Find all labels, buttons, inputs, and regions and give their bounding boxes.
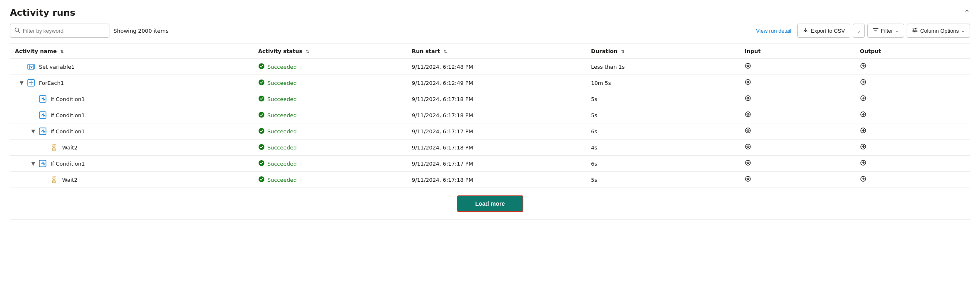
filter-label: Filter xyxy=(881,28,893,34)
output-action-icon[interactable] xyxy=(860,160,866,168)
col-header-output: Output xyxy=(855,44,970,59)
sort-icon-activity-status[interactable]: ⇅ xyxy=(306,49,309,54)
column-options-label: Column Options xyxy=(920,28,959,34)
activity-name-text: If Condition1 xyxy=(51,112,85,118)
page-title: Activity runs xyxy=(10,7,75,18)
input-cell xyxy=(740,123,855,140)
activity-name-text: If Condition1 xyxy=(51,128,85,135)
success-icon xyxy=(258,160,265,168)
export-csv-button[interactable]: Export to CSV xyxy=(797,24,850,38)
run-start-cell: 9/11/2024, 6:12:48 PM xyxy=(407,59,586,75)
output-action-icon[interactable] xyxy=(860,128,866,135)
filter-chevron-icon: ⌄ xyxy=(895,29,899,33)
ifcondition-icon xyxy=(39,111,46,119)
run-start-text: 9/11/2024, 6:17:18 PM xyxy=(412,144,473,151)
run-start-cell: 9/11/2024, 6:12:49 PM xyxy=(407,75,586,91)
col-header-run-start[interactable]: Run start ⇅ xyxy=(407,44,586,59)
sort-icon-activity-name[interactable]: ⇅ xyxy=(60,49,64,54)
showing-count: Showing 2000 items xyxy=(114,28,169,34)
run-start-cell: 9/11/2024, 6:17:17 PM xyxy=(407,123,586,140)
activity-name-cell: Wait2 xyxy=(10,140,253,156)
table-row: ▼ If Condition1 Succeeded 9/11/2024, 6:1… xyxy=(10,123,970,140)
collapse-button[interactable]: ▼ xyxy=(30,128,36,134)
wait-icon xyxy=(51,176,58,183)
output-action-icon[interactable] xyxy=(860,79,866,87)
output-action-icon[interactable] xyxy=(860,63,866,71)
output-action-icon[interactable] xyxy=(860,176,866,184)
input-cell xyxy=(740,156,855,172)
load-more-button[interactable]: Load more xyxy=(457,195,523,212)
table-row: (x) Set variable1 Succeeded 9/11/2024, 6… xyxy=(10,59,970,75)
wait-icon xyxy=(51,144,58,151)
svg-point-30 xyxy=(259,160,264,166)
output-cell xyxy=(855,156,970,172)
run-start-cell: 9/11/2024, 6:17:17 PM xyxy=(407,156,586,172)
input-action-icon[interactable] xyxy=(745,160,751,168)
status-text: Succeeded xyxy=(267,64,297,70)
run-start-text: 9/11/2024, 6:12:48 PM xyxy=(412,64,473,70)
output-action-icon[interactable] xyxy=(860,112,866,119)
input-action-icon[interactable] xyxy=(745,112,751,119)
input-action-icon[interactable] xyxy=(745,128,751,135)
export-csv-label: Export to CSV xyxy=(811,28,845,34)
export-dropdown-button[interactable]: ⌄ xyxy=(853,24,865,38)
success-icon xyxy=(258,144,265,152)
run-start-text: 9/11/2024, 6:17:18 PM xyxy=(412,96,473,102)
svg-point-7 xyxy=(259,63,264,69)
collapse-button[interactable]: ▼ xyxy=(18,80,25,86)
activity-status-cell: Succeeded xyxy=(253,123,407,140)
duration-text: Less than 1s xyxy=(591,64,624,70)
run-start-text: 9/11/2024, 6:17:18 PM xyxy=(412,177,473,183)
activity-runs-table: Activity name ⇅ Activity status ⇅ Run st… xyxy=(10,43,970,220)
run-start-cell: 9/11/2024, 6:17:18 PM xyxy=(407,107,586,123)
activity-status-cell: Succeeded xyxy=(253,156,407,172)
collapse-icon[interactable]: ⌃ xyxy=(964,9,970,17)
filter-button[interactable]: Filter ⌄ xyxy=(867,24,904,38)
output-cell xyxy=(855,91,970,107)
activity-name-text: Wait2 xyxy=(62,177,77,183)
sort-icon-duration[interactable]: ⇅ xyxy=(621,49,624,54)
duration-text: 6s xyxy=(591,128,597,135)
col-header-activity-status[interactable]: Activity status ⇅ xyxy=(253,44,407,59)
activity-status-cell: Succeeded xyxy=(253,140,407,156)
input-action-icon[interactable] xyxy=(745,63,751,71)
activity-name-cell: If Condition1 xyxy=(10,107,253,123)
success-icon xyxy=(258,111,265,119)
column-options-icon xyxy=(912,27,918,34)
input-action-icon[interactable] xyxy=(745,79,751,87)
output-cell xyxy=(855,172,970,188)
output-action-icon[interactable] xyxy=(860,96,866,103)
col-header-activity-name[interactable]: Activity name ⇅ xyxy=(10,44,253,59)
run-start-text: 9/11/2024, 6:17:18 PM xyxy=(412,112,473,118)
status-text: Succeeded xyxy=(267,80,297,86)
table-row: If Condition1 Succeeded 9/11/2024, 6:17:… xyxy=(10,107,970,123)
duration-cell: 10m 5s xyxy=(586,75,740,91)
collapse-button[interactable]: ▼ xyxy=(30,161,36,166)
output-cell xyxy=(855,59,970,75)
view-run-detail-button[interactable]: View run detail xyxy=(753,24,794,38)
success-icon xyxy=(258,79,265,87)
sort-icon-run-start[interactable]: ⇅ xyxy=(444,49,447,54)
output-cell xyxy=(855,123,970,140)
column-options-chevron-icon: ⌄ xyxy=(961,29,965,33)
activity-status-cell: Succeeded xyxy=(253,75,407,91)
col-header-duration[interactable]: Duration ⇅ xyxy=(586,44,740,59)
run-start-text: 9/11/2024, 6:12:49 PM xyxy=(412,80,473,86)
column-options-button[interactable]: Column Options ⌄ xyxy=(907,24,970,38)
input-action-icon[interactable] xyxy=(745,176,751,184)
output-action-icon[interactable] xyxy=(860,144,866,152)
search-input[interactable] xyxy=(23,28,105,34)
input-action-icon[interactable] xyxy=(745,96,751,103)
status-text: Succeeded xyxy=(267,96,297,102)
ifcondition-icon xyxy=(39,160,46,167)
activity-name-cell: (x) Set variable1 xyxy=(10,59,253,75)
input-cell xyxy=(740,107,855,123)
col-header-input: Input xyxy=(740,44,855,59)
input-action-icon[interactable] xyxy=(745,144,751,152)
activity-status-cell: Succeeded xyxy=(253,59,407,75)
duration-text: 4s xyxy=(591,144,597,151)
duration-cell: 6s xyxy=(586,156,740,172)
svg-point-15 xyxy=(259,96,264,101)
duration-text: 5s xyxy=(591,96,597,102)
svg-point-11 xyxy=(259,79,264,85)
